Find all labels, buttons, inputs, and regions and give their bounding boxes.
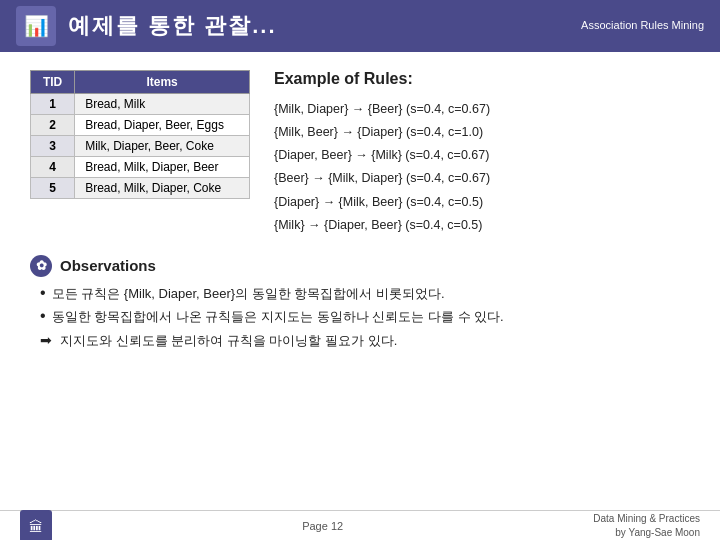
footer-logo: 🏛	[20, 510, 52, 541]
cell-items: Bread, Milk	[75, 94, 250, 115]
rules-title: Example of Rules:	[274, 70, 690, 88]
rules-container: Example of Rules: {Milk, Diaper} → {Beer…	[274, 70, 690, 237]
tid-items-table: TID Items 1Bread, Milk2Bread, Diaper, Be…	[30, 70, 250, 199]
table-row: 1Bread, Milk	[31, 94, 250, 115]
svg-text:🏛: 🏛	[29, 519, 43, 535]
rule-line: {Beer} → {Milk, Diaper} (s=0.4, c=0.67)	[274, 167, 690, 190]
cell-items: Bread, Milk, Diaper, Beer	[75, 157, 250, 178]
footer-credit-line1: Data Mining & Practices	[593, 513, 700, 524]
table-container: TID Items 1Bread, Milk2Bread, Diaper, Be…	[30, 70, 250, 237]
example-section: TID Items 1Bread, Milk2Bread, Diaper, Be…	[30, 70, 690, 237]
cell-tid: 3	[31, 136, 75, 157]
header-icon: 📊	[16, 6, 56, 46]
cell-items: Bread, Milk, Diaper, Coke	[75, 178, 250, 199]
cell-tid: 1	[31, 94, 75, 115]
rules-list: {Milk, Diaper} → {Beer} (s=0.4, c=0.67){…	[274, 98, 690, 237]
header-subtitle: Association Rules Mining	[581, 18, 704, 33]
obs-icon: ✿	[30, 255, 52, 277]
rule-line: {Diaper, Beer} → {Milk} (s=0.4, c=0.67)	[274, 144, 690, 167]
rule-line: {Milk, Diaper} → {Beer} (s=0.4, c=0.67)	[274, 98, 690, 121]
main-content: TID Items 1Bread, Milk2Bread, Diaper, Be…	[0, 52, 720, 360]
footer-page: Page 12	[302, 520, 343, 532]
obs-bullet-item: 모든 규칙은 {Milk, Diaper, Beer}의 동일한 항목집합에서 …	[40, 285, 690, 303]
arrow-text: 지지도와 신뢰도를 분리하여 규칙을 마이닝할 필요가 있다.	[60, 332, 397, 350]
col-header-items: Items	[75, 71, 250, 94]
table-row: 4Bread, Milk, Diaper, Beer	[31, 157, 250, 178]
cell-tid: 5	[31, 178, 75, 199]
header-subtitle-text: Association Rules Mining	[581, 19, 704, 31]
footer-credit-line2: by Yang-Sae Moon	[615, 527, 700, 538]
rule-line: {Diaper} → {Milk, Beer} (s=0.4, c=0.5)	[274, 191, 690, 214]
observations-header: ✿ Observations	[30, 255, 690, 277]
table-row: 5Bread, Milk, Diaper, Coke	[31, 178, 250, 199]
observations-section: ✿ Observations 모든 규칙은 {Milk, Diaper, Bee…	[30, 255, 690, 350]
header-title: 예제를 통한 관찰...	[68, 11, 277, 41]
header: 📊 예제를 통한 관찰... Association Rules Mining	[0, 0, 720, 52]
obs-bullet-item: 동일한 항목집합에서 나온 규칙들은 지지도는 동일하나 신뢰도는 다를 수 있…	[40, 308, 690, 326]
table-row: 3Milk, Diaper, Beer, Coke	[31, 136, 250, 157]
rule-line: {Milk} → {Diaper, Beer} (s=0.4, c=0.5)	[274, 214, 690, 237]
rule-line: {Milk, Beer} → {Diaper} (s=0.4, c=1.0)	[274, 121, 690, 144]
cell-tid: 4	[31, 157, 75, 178]
col-header-tid: TID	[31, 71, 75, 94]
cell-items: Bread, Diaper, Beer, Eggs	[75, 115, 250, 136]
cell-tid: 2	[31, 115, 75, 136]
observations-title: Observations	[60, 257, 156, 274]
arrow-symbol: ➡	[40, 332, 52, 348]
university-logo: 🏛	[20, 510, 52, 541]
obs-bullets-list: 모든 규칙은 {Milk, Diaper, Beer}의 동일한 항목집합에서 …	[40, 285, 690, 326]
svg-text:📊: 📊	[24, 14, 49, 38]
table-row: 2Bread, Diaper, Beer, Eggs	[31, 115, 250, 136]
footer: 🏛 Page 12 Data Mining & Practices by Yan…	[0, 510, 720, 540]
footer-credit: Data Mining & Practices by Yang-Sae Moon	[593, 512, 700, 540]
obs-arrow-text: ➡ 지지도와 신뢰도를 분리하여 규칙을 마이닝할 필요가 있다.	[40, 332, 690, 350]
cell-items: Milk, Diaper, Beer, Coke	[75, 136, 250, 157]
